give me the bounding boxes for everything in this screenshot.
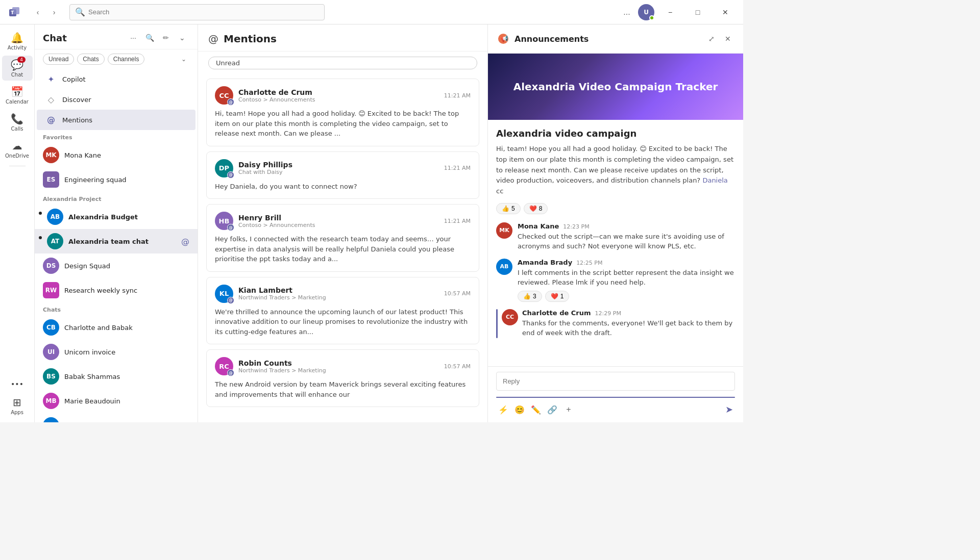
reaction-heart[interactable]: ❤️ 8 bbox=[524, 203, 548, 214]
budget-name: Alexandria Budget bbox=[68, 213, 189, 221]
nav-item-discover[interactable]: ◇ Discover bbox=[37, 89, 195, 110]
post-title: Alexandria video campaign bbox=[496, 128, 735, 139]
sidebar-item-mona[interactable]: MK Mona Kane bbox=[35, 143, 198, 167]
apps-label: Apps bbox=[11, 410, 23, 415]
reply-tool-lightning[interactable]: ⚡ bbox=[496, 402, 510, 417]
app-body: 🔔 Activity 💬 4 Chat 📅 Calendar 📞 Calls ☁… bbox=[0, 24, 743, 422]
robin-mention-text: The new Android version by team Maverick… bbox=[215, 379, 471, 399]
alexandria-section-label: Alexandria Project bbox=[35, 192, 198, 205]
reply-amanda: AB Amanda Brady 12:25 PM I left comments… bbox=[496, 259, 735, 302]
forward-button[interactable]: › bbox=[47, 5, 61, 19]
sidebar-item-unicorn[interactable]: UI Unicorn invoice bbox=[35, 340, 198, 364]
reaction-thumbs[interactable]: 👍 5 bbox=[496, 203, 521, 214]
kian-mention-header: KL @ Kian Lambert Northwind Traders > Ma… bbox=[215, 285, 471, 303]
charlotte-mention-source: Contoso > Announcements bbox=[238, 96, 315, 103]
robin-mention-header: RC @ Robin Counts Northwind Traders > Ma… bbox=[215, 357, 471, 375]
marie-info: Marie Beaudouin bbox=[64, 397, 189, 405]
rail-item-calls[interactable]: 📞 Calls bbox=[2, 110, 33, 135]
sidebar-search-button[interactable]: 🔍 bbox=[142, 31, 157, 45]
onedrive-icon: ☁ bbox=[12, 140, 22, 152]
henry-mention-header: HB @ Henry Brill Contoso > Announcements… bbox=[215, 212, 471, 230]
search-icon: 🔍 bbox=[75, 7, 85, 17]
mention-item-robin[interactable]: RC @ Robin Counts Northwind Traders > Ma… bbox=[206, 349, 479, 407]
announcements-expand-button[interactable]: ⤢ bbox=[704, 32, 719, 46]
search-input[interactable] bbox=[88, 8, 319, 16]
reply-tool-emoji[interactable]: 😊 bbox=[512, 402, 527, 417]
filter-unread[interactable]: Unread bbox=[43, 54, 74, 65]
engineering-name: Engineering squad bbox=[64, 176, 189, 184]
close-button[interactable]: ✕ bbox=[714, 4, 737, 20]
marie-avatar: MB bbox=[43, 393, 59, 409]
sidebar-item-research[interactable]: RW Research weekly sync bbox=[35, 278, 198, 302]
more-button[interactable]: ... bbox=[620, 5, 634, 19]
chat-icon: 💬 4 bbox=[11, 59, 23, 71]
nav-item-copilot[interactable]: ✦ Copilot bbox=[37, 69, 195, 89]
charlotte-babak-avatar: CB bbox=[43, 319, 59, 336]
filter-chats[interactable]: Chats bbox=[77, 54, 104, 65]
at-badge-kian: @ bbox=[227, 297, 234, 304]
sidebar-item-engineering[interactable]: ES Engineering squad bbox=[35, 167, 198, 192]
rail-item-activity[interactable]: 🔔 Activity bbox=[2, 29, 33, 54]
nav-item-mentions[interactable]: @ Mentions bbox=[37, 110, 195, 130]
reply-tool-add[interactable]: + bbox=[561, 402, 576, 417]
sidebar-compose-button[interactable]: ✏ bbox=[159, 31, 173, 45]
charlotte-reply-content: Charlotte de Crum 12:29 PM Thanks for th… bbox=[522, 309, 735, 338]
post-text: Hi, team! Hope you all had a good holida… bbox=[496, 144, 735, 197]
title-bar-actions: ... U − □ ✕ bbox=[620, 4, 737, 20]
reply-mona: MK Mona Kane 12:23 PM Checked out the sc… bbox=[496, 222, 735, 251]
sidebar-item-marie[interactable]: MB Marie Beaudouin bbox=[35, 389, 198, 413]
reply-box: ⚡ 😊 ✏️ 🔗 + ➤ bbox=[488, 366, 743, 422]
amanda-reaction-heart[interactable]: ❤️ 1 bbox=[545, 291, 570, 302]
design-name: Design Squad bbox=[64, 262, 189, 270]
discover-icon: ◇ bbox=[45, 93, 57, 106]
sidebar-item-babak[interactable]: BS Babak Shammas bbox=[35, 364, 198, 389]
announcements-body: Alexandria video campaign Hi, team! Hope… bbox=[488, 120, 743, 366]
unread-filter-chip[interactable]: Unread bbox=[208, 57, 477, 69]
sidebar-item-design[interactable]: DS Design Squad bbox=[35, 253, 198, 278]
sidebar-item-budget[interactable]: AB Alexandria Budget bbox=[35, 205, 198, 229]
heart-count: 8 bbox=[539, 205, 543, 212]
mention-item-charlotte[interactable]: CC @ Charlotte de Crum Contoso > Announc… bbox=[206, 79, 479, 146]
charlotte-reply-text: Thanks for the comments, everyone! We'll… bbox=[522, 318, 735, 338]
mentions-icon: @ bbox=[45, 114, 57, 126]
reply-input[interactable] bbox=[496, 372, 735, 391]
sidebar-item-charlotte-babak[interactable]: CB Charlotte and Babak bbox=[35, 315, 198, 340]
maximize-button[interactable]: □ bbox=[686, 4, 709, 20]
charlotte-mention-time: 11:21 AM bbox=[444, 92, 471, 99]
rail-item-chat[interactable]: 💬 4 Chat bbox=[2, 56, 33, 81]
reply-tool-link[interactable]: 🔗 bbox=[545, 402, 559, 417]
filter-channels[interactable]: Channels bbox=[108, 54, 145, 65]
sidebar-header: Chat ··· 🔍 ✏ ⌄ bbox=[35, 24, 198, 49]
robin-mention-source: Northwind Traders > Marketing bbox=[238, 367, 326, 374]
amanda-thumbs-count: 3 bbox=[533, 293, 536, 300]
amanda-avatar: AB bbox=[43, 417, 59, 422]
rail-item-onedrive[interactable]: ☁ OneDrive bbox=[2, 137, 33, 162]
mention-item-henry[interactable]: HB @ Henry Brill Contoso > Announcements… bbox=[206, 204, 479, 272]
sidebar-more-button[interactable]: ··· bbox=[126, 31, 140, 45]
title-bar: T ‹ › 🔍 ... U − □ ✕ bbox=[0, 0, 743, 24]
rail-item-apps[interactable]: ⊞ Apps bbox=[2, 393, 33, 418]
mention-item-daisy[interactable]: DP @ Daisy Phillips Chat with Daisy 11:2… bbox=[206, 151, 479, 199]
amanda-reaction-thumbs[interactable]: 👍 3 bbox=[518, 291, 542, 302]
minimize-button[interactable]: − bbox=[658, 4, 682, 20]
announcements-hero: Alexandria Video Campaign Tracker bbox=[488, 54, 743, 120]
hero-image: Alexandria Video Campaign Tracker bbox=[488, 54, 743, 120]
reply-tool-edit[interactable]: ✏️ bbox=[529, 402, 543, 417]
teamchat-info: Alexandria team chat bbox=[68, 238, 174, 245]
search-bar[interactable]: 🔍 bbox=[69, 4, 325, 20]
reply-send-button[interactable]: ➤ bbox=[723, 402, 735, 417]
mention-item-kian[interactable]: KL @ Kian Lambert Northwind Traders > Ma… bbox=[206, 277, 479, 345]
engineering-avatar: ES bbox=[43, 171, 59, 188]
robin-mention-avatar: RC @ bbox=[215, 357, 233, 375]
rail-item-calendar[interactable]: 📅 Calendar bbox=[2, 83, 33, 108]
announcements-close-button[interactable]: ✕ bbox=[721, 32, 735, 46]
amanda-thumbs-emoji: 👍 bbox=[523, 293, 531, 300]
sidebar-item-teamchat[interactable]: AT Alexandria team chat @ bbox=[35, 229, 198, 253]
sidebar-expand-button[interactable]: ⌄ bbox=[175, 31, 189, 45]
at-badge-robin: @ bbox=[227, 369, 234, 376]
sidebar-item-amanda[interactable]: AB Amanda Brady bbox=[35, 413, 198, 422]
back-button[interactable]: ‹ bbox=[31, 5, 45, 19]
user-avatar[interactable]: U bbox=[638, 4, 654, 20]
rail-item-more[interactable]: ••• bbox=[2, 377, 33, 391]
filter-expand-button[interactable]: ⌄ bbox=[178, 55, 189, 64]
